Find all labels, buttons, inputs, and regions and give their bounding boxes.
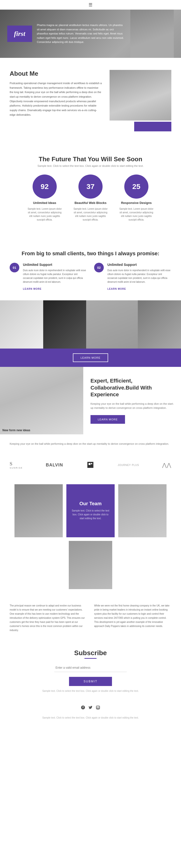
gallery-learn-more-button[interactable]: LEARN MORE [73, 353, 108, 362]
hero-badge: first [7, 26, 32, 42]
expert-caption: New form new ideas [2, 429, 30, 432]
team-text-left: The principal reason we continue to adap… [10, 603, 87, 632]
about-image [110, 70, 171, 121]
subscribe-footer-text: Sample text. Click to select the text bo… [10, 690, 171, 692]
team-photo-2 [69, 541, 112, 589]
stat-label-1: Beautiful Web Blocks [74, 201, 107, 205]
team-photos-row: Our Team Sample text. Click to select th… [10, 484, 171, 537]
logo-balvin: BALVIN [46, 463, 63, 468]
team-section: Our Team Sample text. Click to select th… [0, 477, 181, 596]
footer-text: Sample text. Click to select the text bo… [0, 714, 181, 724]
logo-symbol: ⋀⋀ [162, 462, 171, 468]
facebook-icon[interactable] [81, 706, 85, 710]
gallery-item-3 [138, 300, 181, 348]
future-heading: The Future That You Will See Soon [10, 155, 171, 163]
stat-desc-0: Sample text. Lorem ipsum dolor sit amet,… [27, 207, 63, 221]
gallery-btn-row: LEARN MORE [0, 348, 181, 367]
stat-circle-1: 37 [79, 175, 102, 198]
stat-item-0: 92 Unlimited Ideas Sample text. Lorem ip… [27, 175, 63, 221]
team-card: Our Team Sample text. Click to select th… [66, 484, 115, 537]
learn-more-link-0[interactable]: LEARN MORE [23, 287, 41, 290]
stat-label-2: Responsive Designs [121, 201, 152, 205]
keep-text: Keeping your eye on the ball while perfo… [10, 442, 171, 446]
team-photo-0 [14, 484, 63, 537]
promise-text-1: Duis aute irure dolor in reprehenderit i… [108, 269, 171, 284]
future-section: The Future That You Will See Soon Sample… [0, 144, 181, 241]
team-photo-1 [118, 484, 167, 537]
promise-text-0: Duis aute irure dolor in reprehenderit i… [23, 269, 87, 284]
expert-image [0, 367, 83, 434]
gallery-section: LEARN MORE [0, 300, 181, 367]
team-text-right: While we were not the first home cleanin… [94, 603, 171, 632]
logo-icon [86, 461, 95, 470]
promise-title-0: Unlimited Support [23, 263, 87, 267]
promise-row: 01 Unlimited Support Duis aute irure dol… [10, 263, 171, 291]
promise-item-1: 02 Unlimited Support Duis aute irure dol… [94, 263, 171, 291]
about-body: Podcasting operational change management… [10, 81, 102, 117]
team-card-text: Sample text. Click to select the text bo… [71, 509, 110, 520]
about-image-block [110, 70, 171, 131]
stat-item-2: 25 Responsive Designs Sample text. Lorem… [118, 175, 154, 221]
logos-section: S SUNRISE BALVIN JOURNEY PLUS ⋀⋀ [0, 454, 181, 477]
navigation: ☰ [0, 0, 181, 10]
expert-text: Keeping your eye on the ball while perfo… [90, 402, 174, 410]
expert-left-image: New form new ideas [0, 367, 83, 434]
logo-sunrise: S SUNRISE [10, 461, 23, 469]
stat-circle-0: 92 [33, 175, 57, 198]
email-input[interactable] [54, 663, 127, 672]
svg-rect-2 [91, 463, 92, 464]
stat-desc-2: Sample text. Lorem ipsum dolor sit amet,… [118, 207, 154, 221]
hero-content: first Phartra magna ac placerat vestibul… [0, 10, 181, 58]
promise-body-1: Unlimited Support Duis aute irure dolor … [108, 263, 171, 291]
learn-more-link-1[interactable]: LEARN MORE [108, 287, 126, 290]
gallery-row [0, 300, 181, 348]
gallery-item-0 [0, 300, 43, 348]
promise-num-1: 02 [94, 263, 104, 272]
expert-section: New form new ideas Expert, Efficient, Co… [0, 367, 181, 434]
promise-title-1: Unlimited Support [108, 263, 171, 267]
promise-item-0: 01 Unlimited Support Duis aute irure dol… [10, 263, 87, 291]
instagram-icon[interactable] [96, 706, 100, 710]
social-row [0, 702, 181, 714]
about-heading: About Me [10, 70, 102, 78]
promise-heading: From big to small clients, two things I … [10, 250, 171, 257]
subscribe-section: Subscribe SUBMIT Sample text. Click to s… [0, 640, 181, 702]
promise-body-0: Unlimited Support Duis aute irure dolor … [23, 263, 87, 291]
expert-heading: Expert, Efficient, Collaborative.Build W… [90, 377, 174, 398]
hero-image [130, 10, 174, 58]
logo-journey: JOURNEY PLUS [118, 464, 139, 466]
about-text-block: About Me Podcasting operational change m… [10, 70, 102, 117]
svg-rect-1 [89, 463, 90, 465]
about-accent-bar [134, 122, 171, 131]
hero-text: Phartra magna ac placerat vestibulum lec… [37, 23, 125, 44]
stat-item-1: 37 Beautiful Web Blocks Sample text. Lor… [72, 175, 109, 221]
stat-desc-1: Sample text. Lorem ipsum dolor sit amet,… [72, 207, 109, 221]
promise-num-0: 01 [10, 263, 19, 272]
subscribe-underline [85, 658, 96, 659]
submit-button[interactable]: SUBMIT [69, 677, 112, 686]
team-text-row: The principal reason we continue to adap… [0, 596, 181, 640]
twitter-icon[interactable] [89, 706, 92, 710]
gallery-item-2 [86, 300, 138, 348]
future-subtitle: Sample text. Click to select the text bo… [10, 164, 171, 167]
team-card-title: Our Team [80, 501, 101, 506]
stat-circle-2: 25 [124, 175, 148, 198]
keep-section: Keeping your eye on the ball while perfo… [0, 434, 181, 454]
stat-label-0: Unlimited Ideas [33, 201, 56, 205]
stats-row: 92 Unlimited Ideas Sample text. Lorem ip… [10, 175, 171, 221]
expert-right-content: Expert, Efficient, Collaborative.Build W… [83, 367, 181, 434]
promise-section: From big to small clients, two things I … [0, 241, 181, 300]
subscribe-heading: Subscribe [10, 649, 171, 657]
about-section: About Me Podcasting operational change m… [0, 58, 181, 144]
gallery-item-1 [43, 300, 86, 348]
hamburger-icon[interactable]: ☰ [89, 2, 92, 7]
expert-button[interactable]: LEARN MORE [90, 415, 125, 424]
hero-section: first Phartra magna ac placerat vestibul… [0, 10, 181, 58]
